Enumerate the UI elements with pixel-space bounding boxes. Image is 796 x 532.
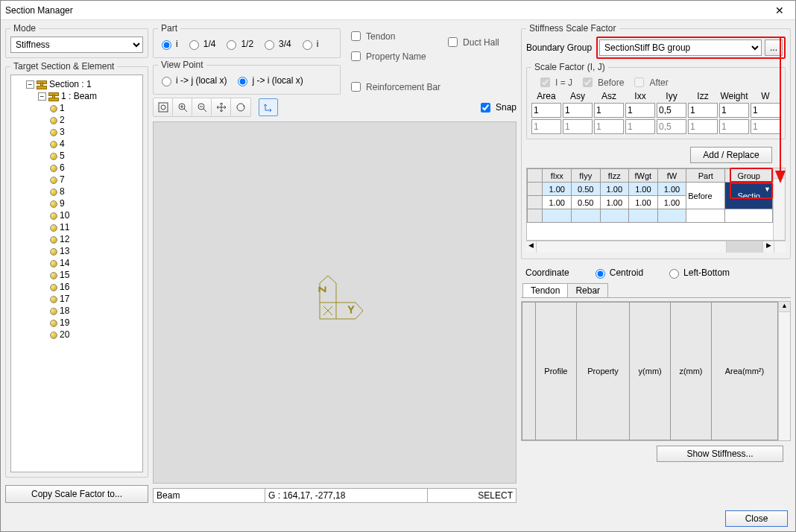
svg-text:Y: Y xyxy=(348,305,354,315)
view-toolbar xyxy=(153,98,251,117)
tree-item[interactable]: 13 xyxy=(50,245,139,257)
tree-item[interactable]: 8 xyxy=(50,186,139,197)
status-bar: Beam G : 164,17, -277,18 SELECT xyxy=(153,488,517,503)
viewpoint-group: View Point i -> j (local x)j -> i (local… xyxy=(153,60,341,95)
redraw-icon[interactable] xyxy=(231,98,250,116)
mode-group: Mode Stiffness xyxy=(5,23,148,58)
tab-tendon[interactable]: Tendon xyxy=(522,283,568,297)
tree-item[interactable]: 20 xyxy=(50,329,139,341)
duct-hall-check[interactable]: Duct Hall xyxy=(445,35,499,49)
tab-rebar[interactable]: Rebar xyxy=(567,283,608,297)
stiffness-scale-factor-group: Stiffness Scale Factor Boundary Group Se… xyxy=(521,23,791,259)
tree-item[interactable]: 12 xyxy=(50,233,139,245)
sf-input[interactable] xyxy=(657,103,686,118)
part-radio-i[interactable]: i xyxy=(158,38,178,50)
zoom-fit-icon[interactable] xyxy=(154,98,173,116)
sf-input[interactable] xyxy=(531,103,561,118)
show-stiffness-button[interactable]: Show Stiffness... xyxy=(657,446,783,462)
coordinate-axes-icon: Z Y xyxy=(305,273,364,332)
part-radio-i[interactable]: i xyxy=(299,38,319,50)
tendon-grid[interactable]: ProfilePropertyy(mm)z(mm)Area(mm²) ▲ xyxy=(521,301,791,441)
svg-rect-0 xyxy=(159,103,168,112)
window-title: Section Manager xyxy=(5,5,768,16)
tree-item[interactable]: 6 xyxy=(50,162,139,174)
boundary-group-browse-button[interactable]: ... xyxy=(765,39,783,56)
centroid-radio[interactable]: Centroid xyxy=(592,267,643,279)
boundary-group-label: Boundary Group xyxy=(526,42,592,53)
close-icon[interactable]: ✕ xyxy=(768,4,791,16)
tendon-vscroll[interactable]: ▲ xyxy=(778,302,790,440)
tree-item[interactable]: 1 xyxy=(50,102,139,114)
status-coord: G : 164,17, -277,18 xyxy=(265,488,427,503)
axis-toggle-icon[interactable] xyxy=(259,98,278,116)
svg-text:Z: Z xyxy=(318,287,328,292)
copy-scale-factor-button[interactable]: Copy Scale Factor to... xyxy=(5,485,148,503)
mode-legend: Mode xyxy=(10,23,39,34)
sf-input-ro xyxy=(531,119,561,134)
sf-input-ro xyxy=(719,119,749,134)
svg-line-3 xyxy=(184,109,187,112)
sf-input[interactable] xyxy=(625,103,655,118)
tree-item[interactable]: 7 xyxy=(50,174,139,186)
tree-item[interactable]: 5 xyxy=(50,150,139,162)
reinforcement-check[interactable]: Reinforcement Bar xyxy=(348,80,440,94)
tree-item[interactable]: 17 xyxy=(50,293,139,305)
viewpoint-legend: View Point xyxy=(158,60,206,70)
svg-point-1 xyxy=(161,105,165,110)
sf-input[interactable] xyxy=(594,103,624,118)
tendon-check[interactable]: Tendon xyxy=(348,29,440,43)
tree-item[interactable]: 19 xyxy=(50,317,139,329)
zoom-in-icon[interactable] xyxy=(173,98,192,116)
sf-input[interactable] xyxy=(563,103,593,118)
part-radio-1/4[interactable]: 1/4 xyxy=(186,38,216,50)
tree-item[interactable]: 15 xyxy=(50,269,139,281)
status-name: Beam xyxy=(153,488,265,503)
part-group: Part i1/41/23/4i xyxy=(153,23,341,58)
property-name-check[interactable]: Property Name xyxy=(348,49,440,63)
tree-item[interactable]: 2 xyxy=(50,114,139,126)
viewpoint-radio[interactable]: i -> j (local x) xyxy=(158,75,227,86)
after-check: After xyxy=(631,75,668,89)
sf-input-ro xyxy=(563,119,593,134)
mode-select[interactable]: Stiffness xyxy=(10,37,143,53)
tree-item[interactable]: 9 xyxy=(50,197,139,209)
left-bottom-radio[interactable]: Left-Bottom xyxy=(666,267,730,279)
section-tree[interactable]: −Section : 1−1 : Beam1234567891011121314… xyxy=(10,75,143,472)
sf-input[interactable] xyxy=(719,103,749,118)
add-replace-button[interactable]: Add / Replace xyxy=(690,147,772,163)
tree-item[interactable]: 3 xyxy=(50,126,139,138)
before-check: Before xyxy=(580,75,624,89)
zoom-out-icon[interactable] xyxy=(192,98,212,116)
close-button[interactable]: Close xyxy=(725,510,788,527)
tree-item[interactable]: 11 xyxy=(50,221,139,233)
tree-item[interactable]: 16 xyxy=(50,281,139,293)
svg-point-9 xyxy=(237,104,244,111)
scale-factor-group: Scale Factor (I, J) I = J Before After A… xyxy=(526,62,786,139)
part-radio-1/2[interactable]: 1/2 xyxy=(223,38,253,50)
viewpoint-radio[interactable]: j -> i (local x) xyxy=(234,75,303,86)
sf-input[interactable] xyxy=(751,103,780,118)
part-legend: Part xyxy=(158,23,180,34)
svg-line-7 xyxy=(203,109,206,112)
status-mode: SELECT xyxy=(427,488,517,503)
sf-input-ro xyxy=(594,119,624,134)
sf-input[interactable] xyxy=(688,103,718,118)
grid-hscroll[interactable]: ◀ ▶ xyxy=(526,241,786,253)
section-viewport[interactable]: Z Y xyxy=(153,121,517,484)
i-equals-j-check: I = J xyxy=(537,75,572,89)
tendon-rebar-tabs: Tendon Rebar xyxy=(521,283,791,298)
tree-item[interactable]: 18 xyxy=(50,305,139,317)
snap-check[interactable]: Snap xyxy=(478,101,517,115)
tree-item[interactable]: 4 xyxy=(50,138,139,150)
sf-input-ro xyxy=(657,119,686,134)
boundary-group-select[interactable]: SectionStiff BG group xyxy=(599,39,762,56)
pan-icon[interactable] xyxy=(212,98,231,116)
tree-item[interactable]: 14 xyxy=(50,257,139,269)
target-group: Target Section & Element −Section : 1−1 … xyxy=(5,61,148,478)
target-legend: Target Section & Element xyxy=(10,61,117,72)
tree-item[interactable]: 10 xyxy=(50,209,139,221)
scale-factor-grid[interactable]: fIxxfIyyfIzzfWgtfWPartGroup1.000.501.001… xyxy=(526,168,786,241)
sf-input-ro xyxy=(688,119,718,134)
grid-vscroll[interactable]: ▲ xyxy=(773,168,785,240)
part-radio-3/4[interactable]: 3/4 xyxy=(261,38,291,50)
